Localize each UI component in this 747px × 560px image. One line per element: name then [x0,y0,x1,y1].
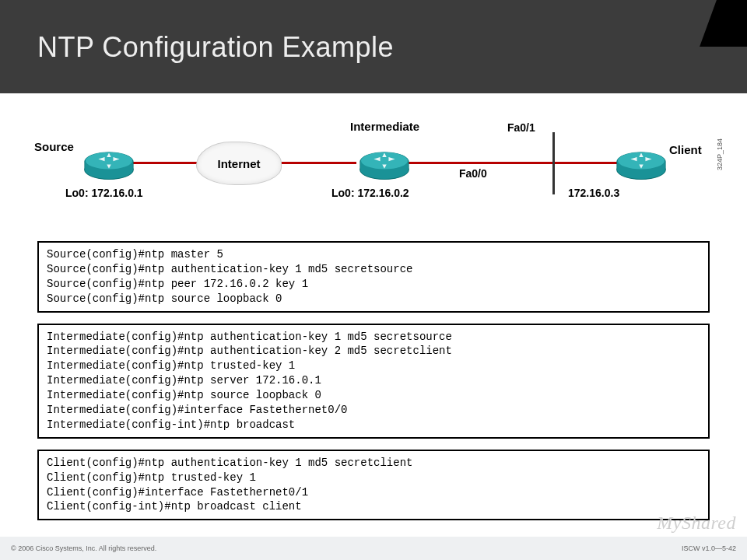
footer-pageref: ISCW v1.0—5-42 [682,544,736,552]
footer-copyright: © 2006 Cisco Systems, Inc. All rights re… [11,544,156,552]
label-source: Source [34,140,74,153]
side-marker: 324P_184 [716,138,724,170]
label-fa00: Fa0/0 [459,167,487,180]
lan-segment-bar [552,132,555,194]
label-intermediate: Intermediate [350,120,419,133]
config-client-box: Client(config)#ntp authentication-key 1 … [37,450,710,521]
label-internet: Internet [217,157,260,170]
link-source-internet [124,162,201,164]
config-source-box: Source(config)#ntp master 5 Source(confi… [37,241,710,313]
footer: © 2006 Cisco Systems, Inc. All rights re… [0,537,747,560]
link-lan-client [554,162,622,164]
label-client: Client [669,143,702,156]
label-client-ip: 172.16.0.3 [568,187,619,199]
link-intermediate-lan [408,162,554,164]
label-source-loopback: Lo0: 172.16.0.1 [65,187,143,199]
label-fa01: Fa0/1 [507,121,535,134]
label-intermediate-loopback: Lo0: 172.16.0.2 [331,187,409,199]
cloud-internet: Internet [196,142,282,185]
link-internet-intermediate [280,162,356,164]
topology-diagram: Source Lo0: 172.16.0.1 Internet Intermed… [23,117,724,226]
config-intermediate-box: Intermediate(config)#ntp authentication-… [37,324,710,439]
router-intermediate-icon [358,143,411,180]
slide-title: NTP Configuration Example [0,0,747,64]
slide-header: NTP Configuration Example [0,0,747,93]
router-client-icon [615,143,668,180]
router-source-icon [82,143,135,180]
